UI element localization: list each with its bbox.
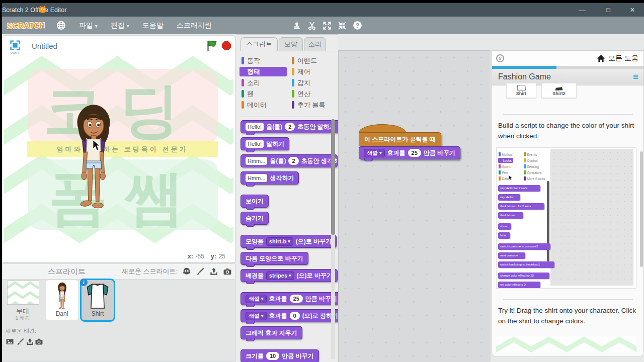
block-change-effect-script[interactable]: 색깔효과를 25만큼 바꾸기 (359, 146, 460, 159)
green-flag-icon[interactable] (206, 40, 218, 52)
block-change-size[interactable]: 크기를10 만큼 바꾸기 (240, 349, 319, 362)
category-sound[interactable]: 소리 (239, 78, 287, 87)
mini-block: next costume (498, 252, 525, 259)
fullscreen-icon[interactable] (10, 40, 21, 51)
close-tips-icon[interactable]: x (496, 54, 504, 62)
duplicate-stamp-icon[interactable] (292, 21, 301, 30)
block-say-for-secs[interactable]: Hello!을(를) 2초동안 말하기 (240, 120, 341, 133)
tips-instruction-try: Try it! Drag the shirt onto your charact… (498, 305, 638, 326)
camera-sprite-icon[interactable] (223, 267, 232, 276)
scripts-workspace[interactable]: 이 스프라이트가 클릭될 때 색깔효과를 25만큼 바꾸기 (338, 50, 491, 362)
camera-backdrop-icon[interactable] (35, 337, 43, 346)
sprite-info-icon[interactable]: i (80, 279, 88, 286)
menu-about[interactable]: 스크래치란 (177, 21, 212, 30)
block-think[interactable]: Hmm...생각하기 (240, 171, 299, 185)
category-control[interactable]: 제어 (290, 67, 337, 76)
mini-category-events: Events (524, 152, 537, 157)
block-think-for-secs[interactable]: Hmm...을(를) 2초동안 생각하기 (240, 154, 338, 167)
mini-category-pen: Pen (499, 170, 508, 175)
block-set-effect[interactable]: 색깔효과를 0(으)로 정하기 (240, 309, 343, 322)
minimize-button[interactable]: — (574, 3, 591, 17)
delete-scissors-icon[interactable] (307, 21, 316, 30)
menu-edit[interactable]: 편집 (111, 21, 129, 30)
dani-thumbnail (55, 282, 69, 310)
coord-y-value: 25 (219, 253, 225, 260)
stage-thumbnail[interactable] (7, 281, 39, 305)
app-window: Scratch 2 Offline Editor — □ × SCRATCH 파… (0, 0, 644, 362)
sprites-header: 스프라이트 새로운 스프라이트: (3, 264, 235, 280)
divider (503, 299, 633, 300)
category-looks[interactable]: 형태 (239, 67, 287, 76)
block-clear-effects[interactable]: 그래픽 효과 지우기 (240, 326, 302, 339)
close-button[interactable]: × (624, 3, 641, 17)
block-switch-costume[interactable]: 모양을shirt-b (으)로 바꾸기 (240, 235, 337, 248)
block-next-costume[interactable]: 다음 모양으로 바꾸기 (240, 252, 308, 265)
coord-x-value: -55 (196, 253, 204, 260)
tutorial-title: Fashion Game (498, 72, 551, 81)
mini-block: say Hello! for 2 secs (498, 185, 540, 192)
block-say[interactable]: Hello!말하기 (240, 137, 289, 150)
block-help-icon[interactable]: ? (353, 21, 362, 30)
block-show[interactable]: 보이기 (240, 195, 269, 208)
tab-sounds[interactable]: 소리 (304, 37, 326, 51)
hamburger-menu-icon[interactable]: ≡ (633, 71, 638, 82)
mouse-cursor (91, 139, 103, 151)
maximize-button[interactable]: □ (600, 3, 617, 17)
tab-costumes[interactable]: 모양 (279, 37, 303, 51)
sprite-card-dani[interactable]: Dani (46, 280, 78, 320)
category-data[interactable]: 데이터 (239, 100, 287, 110)
grow-sprite-icon[interactable] (323, 21, 332, 30)
stage-panel: v461 Untitled 코딩 폼쌤 엄마와 함께하는 코딩육아 전문가 (2, 35, 235, 262)
mini-cursor (508, 175, 513, 180)
coord-x-label: x: (188, 253, 193, 260)
sprite-dani-on-stage[interactable] (67, 76, 120, 239)
upload-sprite-icon[interactable] (209, 267, 218, 276)
block-hide[interactable]: 숨기기 (240, 212, 269, 225)
tips-scrollbar-thumb[interactable] (640, 151, 643, 267)
tab-scripts[interactable]: 스크립트 (240, 37, 278, 51)
costume-thumb-shirt2: Shirt2 (541, 83, 577, 98)
category-events[interactable]: 이벤트 (290, 56, 337, 65)
upload-backdrop-icon[interactable] (26, 337, 34, 346)
block-change-effect[interactable]: 색깔효과를 25만큼 바꾸기 (240, 292, 342, 305)
menu-help[interactable]: 도움말 (142, 21, 164, 30)
all-tips-label[interactable]: 모든 도움 (608, 54, 638, 63)
category-sensing[interactable]: 감지 (290, 78, 337, 87)
sprites-panel: 스프라이트 새로운 스프라이트: (2, 263, 235, 362)
category-more-blocks[interactable]: 추가 블록 (290, 100, 337, 110)
mouse-coordinates: x: -55 y: 25 (4, 251, 233, 262)
home-icon[interactable] (597, 54, 605, 63)
menu-file[interactable]: 파일 (79, 21, 98, 30)
mini-category-more-blocks: More Blocks (524, 176, 545, 181)
category-operators[interactable]: 연산 (290, 89, 337, 99)
language-globe-icon[interactable] (56, 21, 66, 30)
mini-block: think Hmm... for 2 secs (498, 203, 544, 210)
backdrop-library-icon[interactable] (6, 337, 14, 346)
shirt-thumbnail (85, 282, 110, 310)
title-bar: Scratch 2 Offline Editor — □ × (2, 3, 644, 17)
scratch-cat-icon (19, 5, 66, 15)
palette-scrollbar-thumb[interactable] (331, 119, 335, 235)
tutorial-screenshot: Motion Events Looks Control Sound Sensin… (496, 147, 636, 289)
block-switch-backdrop[interactable]: 배경을stripes (으)로 바꾸기 (240, 269, 338, 282)
category-motion[interactable]: 동작 (239, 56, 287, 65)
sprites-title: 스프라이트 (48, 267, 86, 277)
shrink-sprite-icon[interactable] (338, 21, 347, 30)
sprite-card-shirt[interactable]: i Shirt (80, 279, 115, 322)
new-sprite-library-icon[interactable] (182, 267, 191, 276)
block-when-sprite-clicked[interactable]: 이 스프라이트가 클릭될 때 (359, 132, 441, 146)
mini-block: think Hmm... (498, 212, 523, 219)
stop-sign-button[interactable] (222, 41, 231, 50)
paint-new-sprite-icon[interactable] (196, 267, 205, 276)
backdrop-count: 1 배경 (3, 315, 43, 322)
version-label: v461 (11, 51, 19, 55)
sprite-name: Shirt (92, 310, 104, 317)
watermark-banner: 엄마와 함께하는 코딩육아 전문가 (27, 141, 218, 157)
hat-block-dome (359, 124, 406, 133)
paint-backdrop-icon[interactable] (16, 337, 25, 346)
menu-bar: SCRATCH 파일 편집 도움말 스크래치란 (2, 17, 644, 34)
mini-category-looks: Looks (498, 158, 513, 163)
category-pen[interactable]: 펜 (239, 89, 287, 99)
coord-y-label: y: (211, 253, 216, 260)
mini-block: switch backdrop to backdrop1 (498, 261, 554, 268)
